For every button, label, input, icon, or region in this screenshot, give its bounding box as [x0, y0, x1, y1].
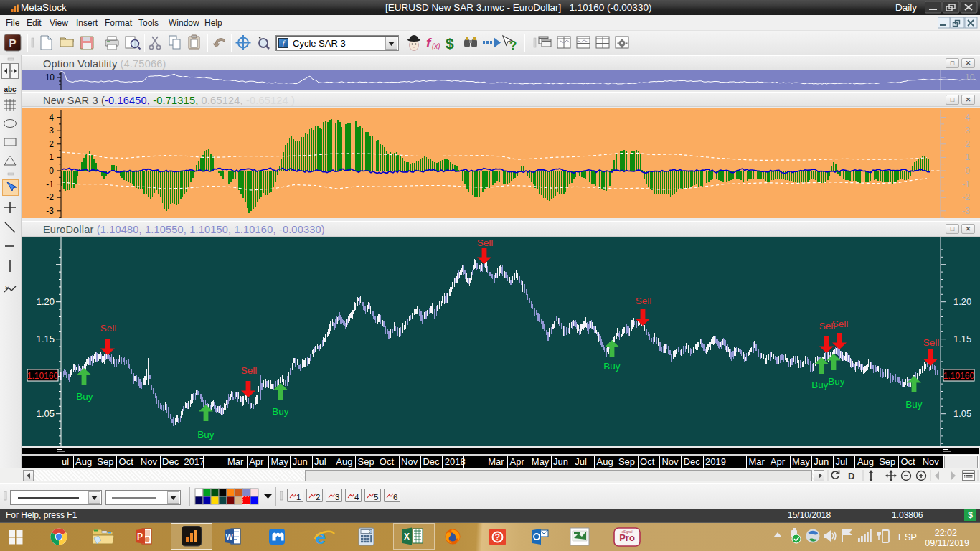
svg-text:Sep: Sep [358, 456, 374, 467]
svg-text:Dec: Dec [162, 456, 179, 467]
svg-text:-2: -2 [46, 192, 54, 202]
svg-text:2017: 2017 [184, 456, 204, 467]
svg-text:2: 2 [965, 139, 970, 149]
svg-text:22:02: 22:02 [935, 528, 957, 538]
svg-text:1.20: 1.20 [953, 296, 971, 307]
svg-text:May: May [532, 456, 550, 467]
svg-text:Apr: Apr [771, 456, 786, 467]
svg-text:1.20: 1.20 [37, 296, 55, 307]
svg-text:0: 0 [369, 529, 371, 534]
svg-text:Jul: Jul [314, 456, 326, 467]
svg-text:Sell: Sell [100, 323, 117, 334]
svg-text:09/11/2019: 09/11/2019 [925, 538, 969, 548]
svg-text:1.05: 1.05 [37, 408, 55, 419]
svg-text:$: $ [446, 35, 454, 52]
svg-text:Buy: Buy [828, 376, 845, 387]
svg-text:Sell: Sell [923, 337, 940, 348]
svg-text:Aug: Aug [597, 456, 613, 467]
svg-text:10: 10 [45, 72, 55, 83]
svg-text:Sell: Sell [477, 237, 494, 248]
svg-text:May: May [792, 456, 810, 467]
svg-text:4: 4 [965, 113, 970, 123]
svg-text:f: f [426, 35, 432, 50]
svg-text:4: 4 [354, 493, 359, 501]
svg-text:-1: -1 [962, 179, 970, 189]
svg-text:Nov: Nov [401, 456, 418, 467]
svg-text:Buy: Buy [76, 391, 93, 402]
svg-text:2018: 2018 [445, 456, 466, 467]
svg-text:Jul: Jul [575, 456, 587, 467]
svg-text:ul: ul [62, 456, 69, 467]
svg-text:Sell: Sell [832, 319, 849, 329]
svg-text:Aug: Aug [336, 456, 352, 467]
svg-text:abc: abc [4, 85, 17, 93]
svg-text:Oct: Oct [380, 456, 395, 467]
svg-text:Apr: Apr [510, 456, 525, 467]
svg-text:Nov: Nov [661, 456, 679, 467]
svg-text:-3: -3 [962, 206, 970, 216]
svg-text:Sep: Sep [97, 456, 113, 467]
svg-text:Dec: Dec [684, 456, 701, 467]
svg-text:-1: -1 [46, 179, 54, 189]
svg-text:ESP: ESP [898, 532, 917, 542]
svg-text:Dec: Dec [423, 456, 440, 467]
svg-text:Sep: Sep [618, 456, 635, 467]
svg-text:Buy: Buy [272, 406, 289, 417]
svg-text:2: 2 [316, 493, 320, 501]
svg-text:Nov: Nov [923, 456, 940, 467]
svg-text:Mar: Mar [227, 456, 244, 467]
svg-text:0: 0 [965, 166, 970, 176]
svg-text:1.10160: 1.10160 [27, 371, 59, 381]
svg-text:10: 10 [965, 72, 975, 83]
svg-text:2: 2 [49, 139, 54, 149]
svg-text:3: 3 [49, 126, 54, 136]
svg-text:Nov: Nov [141, 456, 158, 467]
svg-text:Buy: Buy [905, 399, 923, 410]
svg-text:Mar: Mar [488, 456, 504, 467]
svg-text:(x): (x) [432, 42, 440, 50]
svg-text:3: 3 [965, 126, 970, 136]
svg-text:-2: -2 [962, 192, 970, 202]
svg-text:1: 1 [49, 152, 54, 162]
svg-text:May: May [271, 456, 289, 467]
svg-text:X: X [404, 532, 410, 542]
svg-text:4: 4 [49, 113, 54, 123]
svg-text:eSignal: eSignal [621, 530, 632, 534]
svg-text:Sell: Sell [241, 365, 258, 376]
svg-text:6: 6 [393, 493, 397, 501]
svg-text:Buy: Buy [603, 361, 621, 372]
svg-text:Jun: Jun [293, 456, 308, 467]
svg-text:Oct: Oct [119, 456, 134, 467]
svg-text:?: ? [509, 39, 517, 52]
svg-text:Oct: Oct [640, 456, 655, 467]
svg-text:2019: 2019 [705, 456, 726, 467]
svg-text:Sep: Sep [879, 456, 895, 467]
svg-text:1.15: 1.15 [37, 334, 55, 344]
svg-text:D: D [848, 471, 854, 481]
svg-text:5: 5 [374, 493, 378, 501]
svg-text:1.05: 1.05 [953, 408, 971, 419]
svg-text:Jun: Jun [553, 456, 568, 467]
svg-text:S: S [5, 284, 9, 291]
svg-text:P: P [137, 532, 143, 542]
svg-text:Sell: Sell [636, 296, 652, 306]
svg-text:Buy: Buy [197, 429, 215, 440]
svg-text:-3: -3 [46, 206, 54, 216]
svg-text:?: ? [495, 532, 500, 542]
svg-text:Jul: Jul [836, 456, 848, 467]
svg-text:Aug: Aug [857, 456, 874, 467]
svg-text:W: W [226, 532, 234, 541]
svg-text:1: 1 [296, 493, 301, 501]
svg-text:Apr: Apr [249, 456, 264, 467]
svg-text:Buy: Buy [811, 380, 829, 390]
svg-text:Oct: Oct [901, 456, 916, 467]
svg-text:1.15: 1.15 [953, 334, 971, 344]
svg-text:0: 0 [49, 166, 54, 176]
svg-text:Jun: Jun [814, 456, 829, 467]
svg-text:Pro: Pro [619, 532, 635, 543]
svg-text:Mar: Mar [749, 456, 765, 467]
svg-text:1.10160: 1.10160 [943, 371, 975, 381]
svg-text:1: 1 [965, 152, 970, 162]
svg-text:3: 3 [335, 493, 339, 501]
svg-text:Aug: Aug [75, 456, 92, 467]
